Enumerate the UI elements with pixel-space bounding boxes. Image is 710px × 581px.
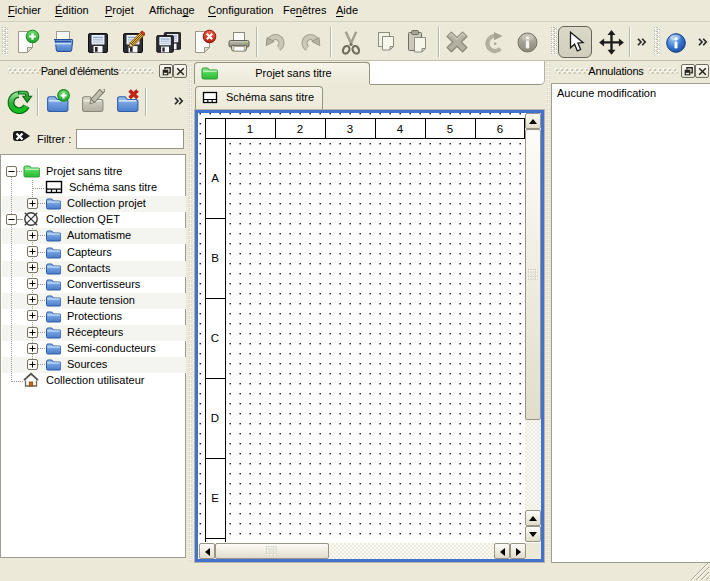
svg-text:6: 6	[497, 123, 503, 135]
svg-text:3: 3	[347, 123, 353, 135]
svg-text:C: C	[211, 332, 219, 344]
svg-text:1: 1	[247, 123, 253, 135]
svg-text:B: B	[211, 252, 219, 264]
svg-text:E: E	[211, 492, 219, 504]
svg-text:5: 5	[447, 123, 453, 135]
svg-text:2: 2	[297, 123, 303, 135]
svg-text:A: A	[211, 172, 219, 184]
svg-text:D: D	[211, 412, 219, 424]
svg-text:4: 4	[397, 123, 404, 135]
